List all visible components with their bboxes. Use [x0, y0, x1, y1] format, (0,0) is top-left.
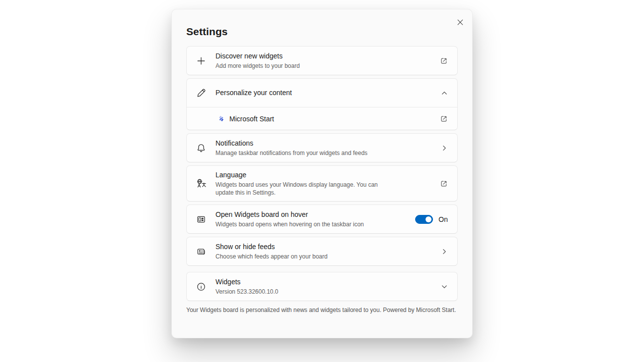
toggle-state-label: On — [438, 215, 448, 223]
chevron-right-icon — [441, 145, 457, 152]
card-title: Discover new widgets — [215, 52, 440, 61]
card-title: Language — [215, 170, 440, 180]
page-title: Settings — [186, 26, 458, 37]
close-icon — [456, 18, 464, 26]
microsoft-start-logo — [217, 114, 225, 123]
chevron-up-icon — [441, 90, 457, 97]
card-personalize-your-content: Personalize your content — [186, 78, 458, 130]
microsoft-start-row[interactable]: Microsoft Start — [187, 107, 457, 130]
card-discover-new-widgets[interactable]: Discover new widgets Add more widgets to… — [186, 46, 458, 75]
info-icon — [187, 282, 215, 292]
card-title: Open Widgets board on hover — [215, 210, 415, 219]
footer-note: Your Widgets board is personalized with … — [186, 307, 458, 314]
card-language[interactable]: Language Widgets board uses your Windows… — [186, 165, 458, 202]
external-link-icon — [440, 115, 457, 123]
card-title: Widgets — [215, 277, 441, 287]
card-open-widgets-board-on-hover: Open Widgets board on hover Widgets boar… — [186, 205, 458, 234]
hover-toggle[interactable] — [415, 215, 433, 224]
widgets-board-icon — [187, 214, 215, 224]
external-link-icon — [440, 57, 457, 65]
chevron-right-icon — [441, 248, 457, 255]
page-background: Settings Discover new widgets Add more w… — [0, 0, 644, 362]
personalize-header-row[interactable]: Personalize your content — [187, 79, 457, 107]
widgets-settings-dialog: Settings Discover new widgets Add more w… — [171, 9, 473, 338]
plus-icon — [187, 56, 215, 66]
card-description: Add more widgets to your board — [215, 62, 395, 70]
card-description: Widgets board opens when hovering on the… — [215, 220, 395, 228]
toggle-knob — [426, 216, 431, 222]
feeds-icon — [187, 247, 215, 257]
bell-icon — [187, 143, 215, 153]
card-widgets-about[interactable]: Widgets Version 523.32600.10.0 — [186, 272, 458, 301]
card-description: Widgets board uses your Windows display … — [215, 181, 395, 197]
card-description: Manage taskbar notifications from your w… — [215, 149, 395, 157]
card-title: Notifications — [215, 139, 441, 148]
card-title: Personalize your content — [215, 88, 441, 98]
chevron-down-icon — [441, 283, 457, 290]
card-description: Choose which feeds appear on your board — [215, 253, 395, 260]
translate-icon — [187, 178, 215, 189]
card-description: Version 523.32600.10.0 — [215, 288, 395, 296]
pencil-icon — [187, 88, 215, 98]
external-link-icon — [440, 180, 457, 188]
card-title: Show or hide feeds — [215, 242, 441, 252]
card-notifications[interactable]: Notifications Manage taskbar notificatio… — [186, 133, 458, 162]
card-show-or-hide-feeds[interactable]: Show or hide feeds Choose which feeds ap… — [186, 237, 458, 266]
microsoft-start-label: Microsoft Start — [229, 115, 440, 123]
close-button[interactable] — [453, 16, 467, 28]
